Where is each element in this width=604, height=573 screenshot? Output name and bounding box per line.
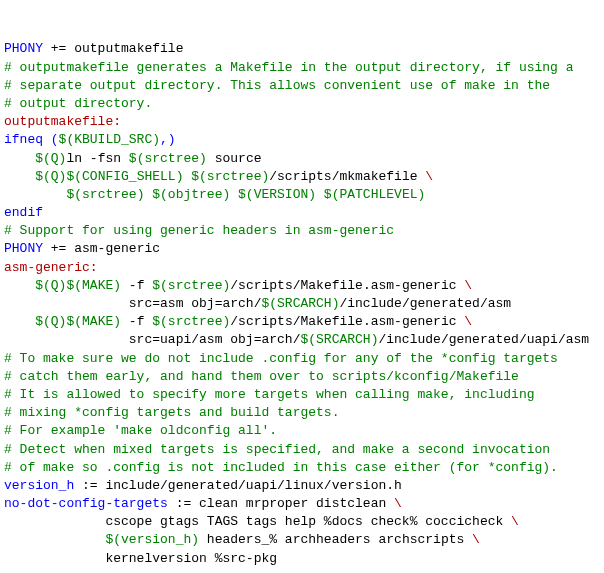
code-line: # separate output directory. This allows… [4, 77, 600, 95]
code-token: src=asm obj=arch/ [4, 296, 261, 311]
code-token: \ [425, 169, 433, 184]
code-token: outputmakefile: [4, 114, 121, 129]
code-token: += outputmakefile [43, 41, 183, 56]
code-token: += asm-generic [43, 241, 160, 256]
code-token: $(srctree) [152, 314, 230, 329]
code-token: cscope gtags TAGS tags help %docs check%… [4, 514, 511, 529]
code-token [4, 169, 35, 184]
code-token: # It is allowed to specify more targets … [4, 387, 535, 402]
code-token: # output directory. [4, 96, 152, 111]
code-token: ,) [160, 132, 176, 147]
code-token: no-dot-config-targets [4, 496, 168, 511]
code-token: /scripts/Makefile.asm-generic [230, 278, 464, 293]
code-token: # To make sure we do not include .config… [4, 351, 558, 366]
code-token: := clean mrproper distclean [168, 496, 394, 511]
code-line: version_h := include/generated/uapi/linu… [4, 477, 600, 495]
code-token: # separate output directory. This allows… [4, 78, 550, 93]
code-line: # It is allowed to specify more targets … [4, 386, 600, 404]
code-token: $(SRCARCH) [300, 332, 378, 347]
code-token: := include/generated/uapi/linux/version.… [74, 478, 402, 493]
code-token: $(SRCARCH) [261, 296, 339, 311]
code-line: asm-generic: [4, 259, 600, 277]
code-line: # For example 'make oldconfig all'. [4, 422, 600, 440]
code-token: src=uapi/asm obj=arch/ [4, 332, 300, 347]
code-token: /scripts/Makefile.asm-generic [230, 314, 464, 329]
code-line: PHONY += asm-generic [4, 240, 600, 258]
code-token: \ [464, 278, 472, 293]
code-line: # Support for using generic headers in a… [4, 222, 600, 240]
code-token: $(KBUILD_SRC) [59, 132, 160, 147]
code-token: # Support for using generic headers in a… [4, 223, 394, 238]
code-token: $(Q)$(CONFIG_SHELL) $(srctree) [35, 169, 269, 184]
code-token [4, 187, 66, 202]
code-token: ln -fsn [66, 151, 128, 166]
code-line: # mixing *config targets and build targe… [4, 404, 600, 422]
code-token: $(Q) [35, 151, 66, 166]
code-token: $(srctree) $(objtree) $(VERSION) $(PATCH… [66, 187, 425, 202]
code-token [4, 278, 35, 293]
code-token: $(version_h) [105, 532, 199, 547]
code-line: # outputmakefile generates a Makefile in… [4, 59, 600, 77]
code-token: # Detect when mixed targets is specified… [4, 442, 550, 457]
code-token: headers_% archheaders archscripts [199, 532, 472, 547]
code-token: $(Q)$(MAKE) [35, 314, 121, 329]
code-token: asm-generic: [4, 260, 98, 275]
code-line: kernelversion %src-pkg [4, 550, 600, 568]
code-token: /include/generated/asm [339, 296, 511, 311]
code-token: $(srctree) [152, 278, 230, 293]
code-token: # For example 'make oldconfig all'. [4, 423, 277, 438]
code-line: $(Q)$(MAKE) -f $(srctree)/scripts/Makefi… [4, 277, 600, 295]
code-line: PHONY += outputmakefile [4, 40, 600, 58]
code-token: # of make so .config is not included in … [4, 460, 558, 475]
code-token [4, 314, 35, 329]
code-token: source [207, 151, 262, 166]
code-token: $(srctree) [129, 151, 207, 166]
code-token: ifneq ( [4, 132, 59, 147]
code-line: src=uapi/asm obj=arch/$(SRCARCH)/include… [4, 331, 600, 349]
code-token [4, 532, 105, 547]
code-line: $(version_h) headers_% archheaders archs… [4, 531, 600, 549]
code-token: PHONY [4, 241, 43, 256]
code-token: # outputmakefile generates a Makefile in… [4, 60, 574, 75]
code-token: -f [121, 278, 152, 293]
code-line: outputmakefile: [4, 113, 600, 131]
code-line: # of make so .config is not included in … [4, 459, 600, 477]
code-line: cscope gtags TAGS tags help %docs check%… [4, 513, 600, 531]
code-token [4, 151, 35, 166]
code-line: # output directory. [4, 95, 600, 113]
code-token: \ [464, 314, 472, 329]
code-line: $(Q)ln -fsn $(srctree) source [4, 150, 600, 168]
code-line: $(Q)$(CONFIG_SHELL) $(srctree)/scripts/m… [4, 168, 600, 186]
code-token: $(Q)$(MAKE) [35, 278, 121, 293]
code-token: \ [472, 532, 480, 547]
code-line: endif [4, 204, 600, 222]
code-token: \ [394, 496, 402, 511]
code-token: version_h [4, 478, 74, 493]
code-token: # mixing *config targets and build targe… [4, 405, 339, 420]
code-token: kernelversion %src-pkg [4, 551, 277, 566]
code-token: PHONY [4, 41, 43, 56]
code-token: -f [121, 314, 152, 329]
code-token: /include/generated/uapi/asm [378, 332, 589, 347]
code-line: $(srctree) $(objtree) $(VERSION) $(PATCH… [4, 186, 600, 204]
code-token: # catch them early, and hand them over t… [4, 369, 519, 384]
code-line: $(Q)$(MAKE) -f $(srctree)/scripts/Makefi… [4, 313, 600, 331]
code-line: # Detect when mixed targets is specified… [4, 441, 600, 459]
code-line: src=asm obj=arch/$(SRCARCH)/include/gene… [4, 295, 600, 313]
code-line: ifneq ($(KBUILD_SRC),) [4, 131, 600, 149]
code-line: # catch them early, and hand them over t… [4, 368, 600, 386]
makefile-code-block: PHONY += outputmakefile# outputmakefile … [4, 40, 600, 567]
code-line: # To make sure we do not include .config… [4, 350, 600, 368]
code-token: \ [511, 514, 519, 529]
code-token: /scripts/mkmakefile [269, 169, 425, 184]
code-token: endif [4, 205, 43, 220]
code-line: no-dot-config-targets := clean mrproper … [4, 495, 600, 513]
